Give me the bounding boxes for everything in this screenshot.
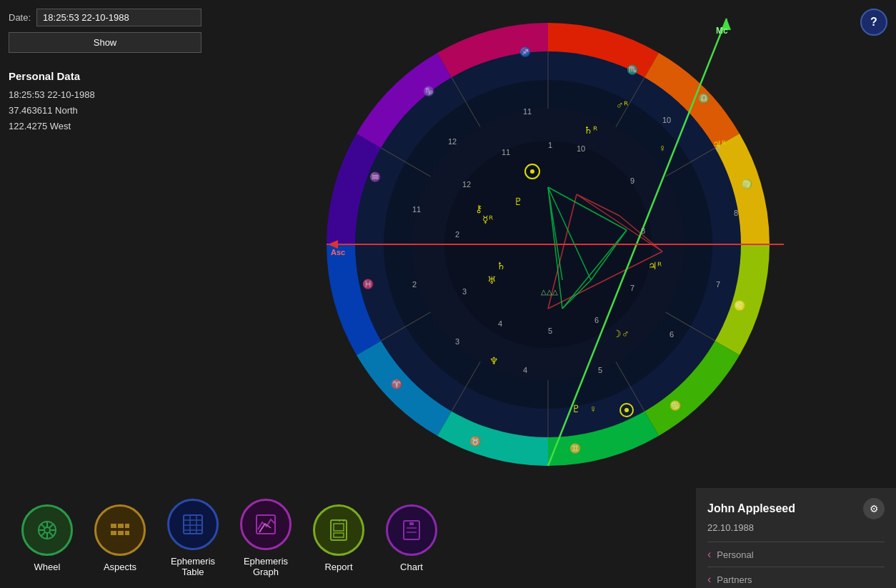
house-inner-9: 9 <box>630 176 634 185</box>
mc-label: Mc <box>716 26 728 36</box>
show-button[interactable]: Show <box>9 32 201 53</box>
planet-uranus: ♅ <box>487 274 497 286</box>
house-num-11: 11 <box>412 205 421 214</box>
zodiac-leo: ♌ <box>734 299 746 312</box>
planet-venus: ♀ <box>659 142 667 154</box>
zodiac-aries: ♈ <box>391 378 403 390</box>
top-left-panel: Date: Show Personal Data 18:25:53 22-10-… <box>9 9 201 134</box>
svg-rect-49 <box>334 524 344 531</box>
date-input[interactable] <box>36 9 201 26</box>
sun-symbol-inner <box>530 169 534 174</box>
sun-bottom-inner <box>624 408 629 412</box>
house-inner-5: 5 <box>548 327 552 335</box>
profile-row-personal[interactable]: ‹ Personal <box>707 542 885 567</box>
planet-saturn-1: ♄ <box>497 260 506 271</box>
nav-item-ephemeris-table[interactable]: EphemerisTable <box>167 499 219 577</box>
planet-saturn-r: ♄ᴿ <box>584 124 597 136</box>
planet-pluto-2: ♇ <box>572 403 581 414</box>
ephemeris-graph-icon <box>254 512 278 537</box>
personal-label: Personal <box>717 549 753 560</box>
aspects-icon-circle <box>94 504 146 556</box>
svg-line-32 <box>49 524 53 528</box>
astrology-chart: .zodiac-symbol { font-size: 13px; fill: … <box>312 9 784 480</box>
wheel-label: Wheel <box>34 562 61 572</box>
planet-neptune: ♆ <box>489 355 499 367</box>
personal-data-latitude: 37.463611 North <box>9 103 201 119</box>
partners-label: Partners <box>717 574 752 585</box>
zodiac-taurus: ♉ <box>469 435 482 447</box>
house-inner-1: 1 <box>548 141 552 149</box>
nav-item-aspects[interactable]: Aspects <box>94 504 146 572</box>
house-inner-2: 2 <box>455 230 459 239</box>
svg-rect-38 <box>125 524 129 528</box>
chevron-left-personal: ‹ <box>707 548 711 561</box>
house-inner-11b: 11 <box>502 148 510 156</box>
nav-item-report[interactable]: Report <box>313 504 364 572</box>
planet-jupiter-5: ♃ᴿ <box>648 260 662 271</box>
svg-rect-34 <box>111 524 116 528</box>
gear-button[interactable]: ⚙ <box>863 498 885 519</box>
ephemeris-table-icon-circle <box>167 499 219 550</box>
house-inner-3: 3 <box>462 287 467 296</box>
ephemeris-graph-icon-circle <box>240 499 292 550</box>
house-inner-7: 7 <box>630 284 634 292</box>
house-num-7: 7 <box>716 280 720 289</box>
planet-venus-2: ♀ <box>589 403 597 414</box>
planet-mars-r: ♂ᴿ <box>616 99 628 111</box>
zodiac-scorpio: ♏ <box>627 64 639 76</box>
house-inner-6: 6 <box>594 316 599 324</box>
planet-jupiter-r: ♃ᴿ <box>712 139 726 150</box>
aspects-icon <box>108 518 132 542</box>
profile-date: 22.10.1988 <box>707 522 885 533</box>
date-row: Date: <box>9 9 201 26</box>
svg-rect-39 <box>125 531 129 535</box>
asc-label: Asc <box>331 248 345 256</box>
svg-rect-50 <box>334 533 344 537</box>
zodiac-aquarius: ♒ <box>369 171 382 183</box>
nav-item-wheel[interactable]: Wheel <box>21 504 73 572</box>
ephemeris-graph-label: EphemerisGraph <box>244 556 288 577</box>
svg-line-33 <box>41 532 45 536</box>
report-icon-circle <box>313 504 364 556</box>
planet-chiron: ⚷ <box>475 203 482 214</box>
personal-data-time: 18:25:53 22-10-1988 <box>9 87 201 103</box>
report-icon <box>327 518 351 542</box>
svg-rect-36 <box>118 524 124 528</box>
house-num-10: 10 <box>662 116 671 124</box>
nav-item-ephemeris-graph[interactable]: EphemerisGraph <box>240 499 292 577</box>
report-label: Report <box>324 562 352 572</box>
house-inner-10: 10 <box>577 144 585 153</box>
svg-point-25 <box>44 527 50 533</box>
house-inner-8: 8 <box>641 226 645 235</box>
chart-label: Chart <box>400 562 423 572</box>
profile-row-partners[interactable]: ‹ Partners <box>707 567 885 588</box>
chart-svg: .zodiac-symbol { font-size: 13px; fill: … <box>312 9 784 480</box>
nav-item-chart[interactable]: Chart <box>386 504 437 572</box>
svg-rect-35 <box>111 531 116 535</box>
chart-icon-circle <box>386 504 437 556</box>
profile-header: John Appleseed ⚙ <box>707 498 885 519</box>
house-num-12: 12 <box>448 137 457 146</box>
svg-line-31 <box>49 532 53 536</box>
wheel-icon-circle <box>21 504 73 556</box>
personal-data-title: Personal Data <box>9 67 201 86</box>
date-label: Date: <box>9 12 31 23</box>
planet-cluster: △△△ <box>541 288 558 296</box>
zodiac-virgo: ♍ <box>741 178 753 190</box>
personal-data-longitude: 122.4275 West <box>9 119 201 134</box>
zodiac-pisces: ♓ <box>362 278 374 290</box>
svg-line-30 <box>41 524 45 528</box>
svg-rect-40 <box>184 515 202 534</box>
zodiac-cancer: ♋ <box>669 399 682 412</box>
zodiac-libra: ♎ <box>698 92 710 104</box>
house-inner-4: 4 <box>498 319 502 328</box>
house-inner-12: 12 <box>462 180 471 189</box>
house-num-5: 5 <box>598 366 602 374</box>
ephemeris-table-label: EphemerisTable <box>171 556 215 577</box>
house-num-3: 3 <box>455 337 459 346</box>
personal-data-panel: Personal Data 18:25:53 22-10-1988 37.463… <box>9 67 201 134</box>
chart-icon <box>399 518 424 542</box>
house-num-1-inner: 11 <box>523 107 532 116</box>
chart-area: .zodiac-symbol { font-size: 13px; fill: … <box>200 0 896 488</box>
planet-mercury-r: ☿ᴿ <box>482 214 493 225</box>
